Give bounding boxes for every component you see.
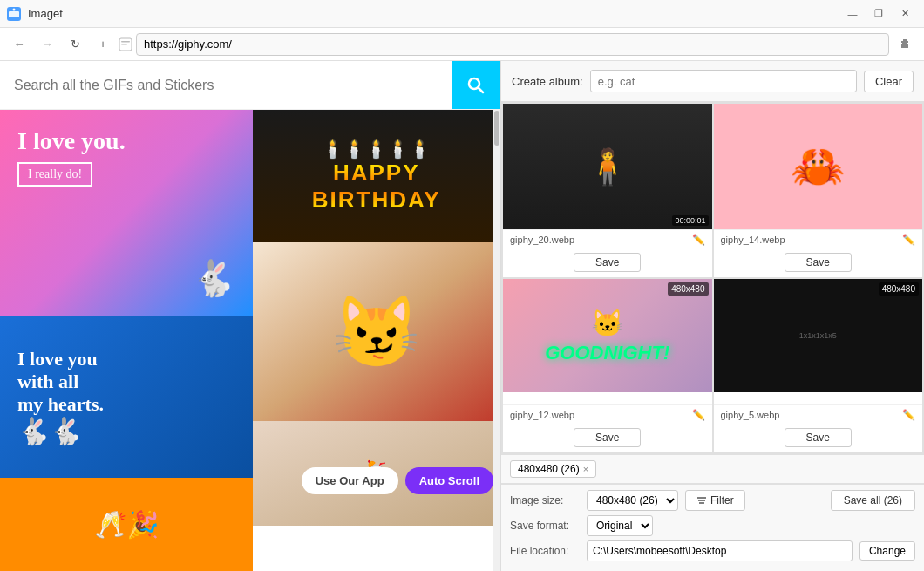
card-footer-3: giphy_12.webp ✏️ [503, 404, 712, 425]
back-button[interactable]: ← [7, 32, 31, 57]
title-bar: Imaget — ❐ ✕ [0, 0, 924, 28]
overlay-buttons: Use Our App Auto Scroll [295, 460, 500, 501]
auto-scroll-button[interactable]: Auto Scroll [405, 467, 493, 494]
timestamp-badge-1: 00:00:01 [672, 215, 708, 226]
forward-button[interactable]: → [35, 32, 59, 57]
scroll-thumb [494, 111, 499, 146]
filter-tag-label: 480x480 (26) [518, 463, 580, 475]
save-all-button[interactable]: Save all (26) [831, 490, 915, 511]
use-app-button[interactable]: Use Our App [302, 467, 398, 494]
app-icon [7, 7, 21, 21]
app-title: Imaget [28, 7, 63, 20]
save-button-3[interactable]: Save [574, 428, 641, 447]
right-panel-header: Create album: Clear [501, 61, 924, 102]
love-character: 🐇 [192, 258, 235, 299]
scroll-track[interactable] [493, 110, 500, 571]
browser-search [0, 61, 500, 110]
title-bar-left: Imaget [7, 7, 63, 21]
image-thumb-4[interactable]: 1x1x1x1x5 480x480 [714, 279, 923, 404]
url-input[interactable] [136, 33, 889, 56]
save-format-label: Save format: [510, 520, 580, 532]
gif-birthday[interactable]: 🕯️🕯️🕯️🕯️🕯️ HAPPYBIRTHDAY [253, 110, 501, 242]
image-size-select[interactable]: 480x480 (26) Original 300x300 [587, 490, 678, 511]
cat-emoji: 😼 [333, 291, 420, 373]
new-tab-button[interactable]: + [91, 32, 115, 57]
clear-button[interactable]: Clear [864, 71, 914, 92]
filename-4: giphy_5.webp [721, 410, 780, 420]
gif-love2[interactable]: I love youwith allmy hearts. 🐇🐇 [0, 316, 253, 479]
svg-rect-4 [121, 41, 130, 43]
edit-icon-3[interactable]: ✏️ [692, 409, 705, 421]
gif-love[interactable]: I love you. I really do! 🐇 [0, 110, 253, 316]
save-format-row: Save format: Original JPG PNG WEBP [510, 515, 915, 536]
minimize-button[interactable]: — [840, 5, 865, 23]
restore-button[interactable]: ❐ [866, 5, 891, 23]
filter-tag: 480x480 (26) × [510, 460, 596, 478]
edit-icon-4[interactable]: ✏️ [902, 409, 915, 421]
filter-icon [696, 495, 707, 506]
change-button[interactable]: Change [859, 541, 915, 561]
love-really-text: I really do! [17, 162, 92, 187]
gif-search-input[interactable] [0, 61, 452, 109]
svg-line-7 [479, 87, 484, 92]
gif-col-right: 🕯️🕯️🕯️🕯️🕯️ HAPPYBIRTHDAY 😼 🍹 [253, 110, 501, 571]
file-location-label: File location: [510, 545, 580, 557]
save-format-select[interactable]: Original JPG PNG WEBP [587, 515, 653, 536]
album-input[interactable] [590, 70, 857, 92]
filter-tag-close[interactable]: × [583, 464, 588, 474]
gif-search-button[interactable] [452, 61, 500, 109]
party-content: 🥂🎉 [0, 478, 253, 571]
filename-1: giphy_20.webp [510, 235, 574, 245]
card-footer-1: giphy_20.webp ✏️ [503, 229, 712, 249]
edit-icon-1[interactable]: ✏️ [692, 234, 705, 246]
bottom-controls: Image size: 480x480 (26) Original 300x30… [501, 484, 924, 571]
image-size-label: Image size: [510, 494, 580, 506]
save-button-2[interactable]: Save [785, 253, 852, 272]
main-layout: I love you. I really do! 🐇 I love youwit… [0, 61, 924, 571]
love-text: I love you. [17, 127, 126, 155]
filename-2: giphy_14.webp [721, 235, 785, 245]
thumb-dark2: 1x1x1x1x5 [714, 279, 923, 392]
image-size-row: Image size: 480x480 (26) Original 300x30… [510, 490, 915, 511]
filter-button-label: Filter [710, 494, 734, 506]
edit-icon-2[interactable]: ✏️ [902, 234, 915, 246]
image-card-1: 🧍 00:00:01 giphy_20.webp ✏️ Save [503, 104, 712, 277]
image-card-4: 1x1x1x1x5 480x480 giphy_5.webp ✏️ Save [714, 279, 923, 452]
refresh-button[interactable]: ↻ [63, 32, 87, 57]
thumb-person: 🧍 [503, 104, 712, 229]
filename-3: giphy_12.webp [510, 410, 574, 420]
image-thumb-1[interactable]: 🧍 00:00:01 [503, 104, 712, 229]
svg-rect-1 [9, 11, 19, 17]
image-thumb-3[interactable]: 🐱 GOODNIGHT! 480x480 [503, 279, 712, 404]
close-button[interactable]: ✕ [893, 5, 917, 23]
svg-rect-5 [121, 44, 127, 45]
birthday-text: HAPPYBIRTHDAY [312, 160, 441, 214]
create-album-label: Create album: [512, 75, 583, 88]
gif-grid: I love you. I really do! 🐇 I love youwit… [0, 110, 500, 571]
thumb-pink: 🦀 [714, 104, 923, 229]
file-location-input[interactable] [587, 540, 853, 561]
gif-cat[interactable]: 😼 [253, 242, 501, 421]
thumb-goodnight: 🐱 GOODNIGHT! [503, 279, 712, 392]
size-badge-4: 480x480 [879, 282, 919, 296]
image-grid: 🧍 00:00:01 giphy_20.webp ✏️ Save 🦀 giphy… [501, 102, 924, 454]
image-card-2: 🦀 giphy_14.webp ✏️ Save [714, 104, 923, 277]
card-footer-4: giphy_5.webp ✏️ [714, 404, 923, 425]
file-location-row: File location: Change [510, 540, 915, 561]
svg-point-2 [13, 8, 16, 10]
filter-button[interactable]: Filter [685, 490, 745, 511]
love2-char: 🐇🐇 [17, 416, 235, 446]
card-footer-2: giphy_14.webp ✏️ [714, 229, 923, 249]
image-thumb-2[interactable]: 🦀 [714, 104, 923, 229]
extension-button[interactable] [893, 32, 917, 57]
title-bar-controls: — ❐ ✕ [840, 5, 917, 23]
size-badge-3: 480x480 [668, 282, 708, 296]
save-button-1[interactable]: Save [574, 253, 641, 272]
image-card-3: 🐱 GOODNIGHT! 480x480 giphy_12.webp ✏️ Sa… [503, 279, 712, 452]
save-button-4[interactable]: Save [785, 428, 852, 447]
gif-party[interactable]: 🥂🎉 [0, 478, 253, 571]
love2-text: I love youwith allmy hearts. [17, 348, 235, 416]
gif-col-left: I love you. I really do! 🐇 I love youwit… [0, 110, 253, 571]
filter-bar: 480x480 (26) × [501, 454, 924, 484]
browser-panel: I love you. I really do! 🐇 I love youwit… [0, 61, 501, 571]
